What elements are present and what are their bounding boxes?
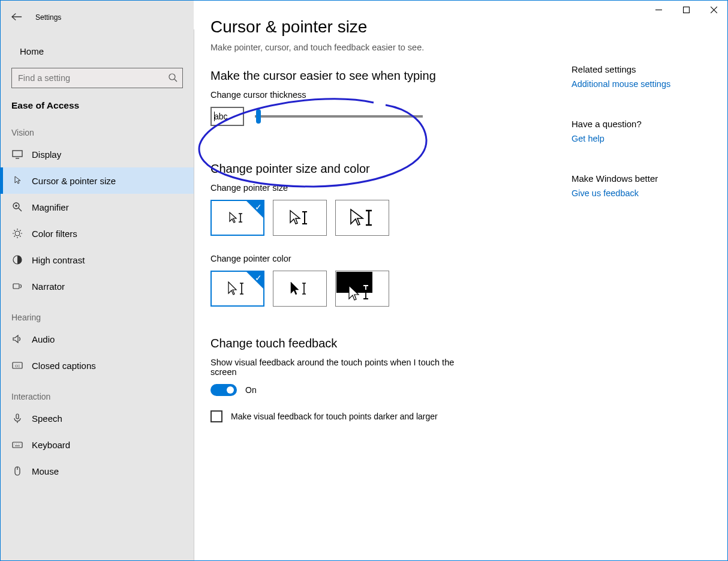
give-feedback-link[interactable]: Give us feedback <box>571 188 717 198</box>
pointer-color-label: Change pointer color <box>210 254 547 263</box>
svg-rect-6 <box>13 284 19 289</box>
sidebar-item-speech[interactable]: Speech <box>1 405 194 431</box>
get-help-link[interactable]: Get help <box>571 134 717 143</box>
sidebar-item-label: Magnifier <box>32 202 69 212</box>
svg-rect-2 <box>13 151 22 157</box>
audio-icon <box>11 333 23 345</box>
svg-rect-10 <box>13 442 22 448</box>
sidebar-item-display[interactable]: Display <box>1 141 194 167</box>
display-icon <box>11 148 23 160</box>
thickness-label: Change cursor thickness <box>210 90 547 100</box>
touch-section-heading: Change touch feedback <box>210 337 547 350</box>
cursor-pointer-icon <box>11 175 23 187</box>
sidebar-item-label: Closed captions <box>32 361 96 371</box>
search-icon <box>168 73 178 84</box>
sidebar-item-label: High contrast <box>32 255 85 265</box>
sidebar-item-keyboard[interactable]: Keyboard <box>1 431 194 458</box>
sidebar-item-high-contrast[interactable]: High contrast <box>1 247 194 273</box>
sidebar-item-magnifier[interactable]: Magnifier <box>1 194 194 220</box>
touch-desc: Show visual feedback around the touch po… <box>210 358 468 377</box>
svg-rect-9 <box>16 414 19 419</box>
touch-darker-label: Make visual feedback for touch points da… <box>231 412 438 421</box>
page-title: Cursor & pointer size <box>210 17 547 37</box>
check-icon: ✓ <box>255 273 262 283</box>
pointer-color-inverted[interactable] <box>335 271 389 307</box>
sidebar-item-audio[interactable]: Audio <box>1 326 194 352</box>
touch-darker-checkbox[interactable] <box>210 410 222 422</box>
content: Cursor & pointer size Make pointer, curs… <box>194 1 571 560</box>
pointer-size-label: Change pointer size <box>210 183 547 193</box>
related-pane: Related settings Additional mouse settin… <box>571 1 727 560</box>
sidebar-item-label: Cursor & pointer size <box>32 176 116 186</box>
pointer-size-options: ✓ <box>210 200 547 236</box>
touch-feedback-toggle[interactable] <box>210 384 237 396</box>
better-heading: Make Windows better <box>571 173 717 184</box>
sidebar: Settings Home Ease of Access Vision Disp… <box>1 1 194 560</box>
sidebar-group-title: Ease of Access <box>1 88 194 115</box>
pointer-color-options: ✓ <box>210 271 547 307</box>
sidebar-item-label: Keyboard <box>32 440 70 450</box>
sidebar-item-label: Speech <box>32 413 62 424</box>
pointer-color-white[interactable]: ✓ <box>210 271 264 307</box>
sidebar-item-narrator[interactable]: Narrator <box>1 273 194 299</box>
narrator-icon <box>11 280 23 292</box>
close-button[interactable] <box>700 1 727 19</box>
sidebar-heading-vision: Vision <box>1 115 194 141</box>
search-field[interactable] <box>17 73 168 83</box>
thickness-slider[interactable] <box>255 115 423 118</box>
search-input[interactable] <box>11 68 183 88</box>
pointer-size-small[interactable]: ✓ <box>210 200 264 236</box>
keyboard-icon <box>11 439 23 451</box>
closed-captions-icon: CC <box>11 359 23 371</box>
app-title: Settings <box>34 13 61 22</box>
touch-feedback-state: On <box>245 385 257 395</box>
pointer-section-heading: Change pointer size and color <box>210 162 547 176</box>
svg-point-4 <box>15 231 20 236</box>
additional-mouse-settings-link[interactable]: Additional mouse settings <box>571 79 717 89</box>
sidebar-heading-hearing: Hearing <box>1 299 194 326</box>
sidebar-home-label: Home <box>20 46 44 56</box>
related-heading: Related settings <box>571 64 717 74</box>
cursor-section-heading: Make the cursor easier to see when typin… <box>210 69 547 83</box>
color-filters-icon <box>11 227 23 239</box>
user-annotation-circle <box>194 85 440 199</box>
thickness-preview: abc <box>210 107 244 126</box>
window-controls <box>645 1 727 19</box>
sidebar-item-cursor-pointer[interactable]: Cursor & pointer size <box>1 167 194 194</box>
mouse-icon <box>11 465 23 477</box>
sidebar-item-label: Display <box>32 149 61 160</box>
main: Cursor & pointer size Make pointer, curs… <box>194 1 727 560</box>
sidebar-item-mouse[interactable]: Mouse <box>1 458 194 484</box>
page-intro: Make pointer, cursor, and touch feedback… <box>210 43 547 52</box>
sidebar-item-label: Narrator <box>32 281 65 292</box>
magnifier-icon <box>11 201 23 213</box>
svg-point-1 <box>169 74 175 80</box>
sidebar-item-label: Color filters <box>32 229 77 239</box>
svg-rect-0 <box>683 7 689 13</box>
pointer-size-large[interactable] <box>335 200 389 236</box>
back-button[interactable] <box>11 13 22 23</box>
svg-rect-12 <box>336 272 372 293</box>
sidebar-item-closed-captions[interactable]: CC Closed captions <box>1 352 194 379</box>
sidebar-home[interactable]: Home <box>1 38 194 64</box>
sidebar-item-color-filters[interactable]: Color filters <box>1 220 194 247</box>
sidebar-item-label: Audio <box>32 334 55 344</box>
slider-thumb[interactable] <box>256 109 261 124</box>
svg-text:CC: CC <box>15 364 20 368</box>
maximize-button[interactable] <box>672 1 700 19</box>
pointer-size-medium[interactable] <box>273 200 327 236</box>
speech-icon <box>11 412 23 424</box>
question-heading: Have a question? <box>571 119 717 129</box>
sidebar-item-label: Mouse <box>32 466 59 476</box>
minimize-button[interactable] <box>645 1 672 19</box>
high-contrast-icon <box>11 254 23 266</box>
pointer-color-black[interactable] <box>273 271 327 307</box>
check-icon: ✓ <box>255 202 262 212</box>
sidebar-heading-interaction: Interaction <box>1 379 194 405</box>
